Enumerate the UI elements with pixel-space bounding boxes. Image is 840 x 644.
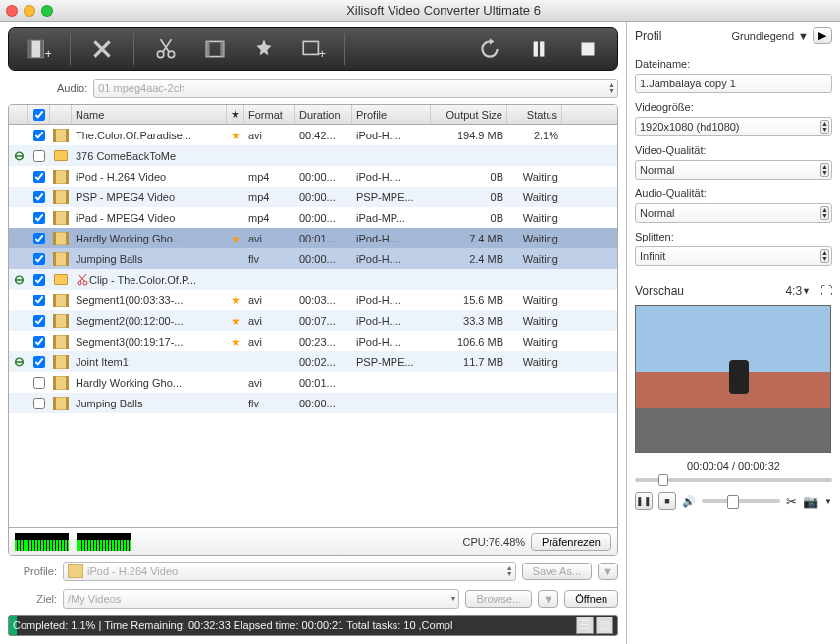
table-row[interactable]: Hardly Working Gho...avi00:01... bbox=[9, 372, 617, 393]
save-as-button[interactable]: Save As... bbox=[522, 563, 593, 580]
row-checkbox[interactable] bbox=[33, 377, 45, 389]
table-row[interactable]: Segment1(00:03:33-...★avi00:03...iPod-H.… bbox=[9, 290, 617, 310]
row-format: avi bbox=[244, 331, 295, 351]
chevron-down-icon[interactable]: ▼ bbox=[824, 497, 832, 506]
row-profile: PSP-MPE... bbox=[352, 351, 431, 372]
scissors-icon bbox=[76, 272, 89, 288]
stop-button[interactable] bbox=[566, 32, 609, 66]
row-checkbox[interactable] bbox=[33, 150, 45, 162]
table-row[interactable]: The.Color.Of.Paradise...★avi00:42...iPod… bbox=[9, 125, 617, 145]
svg-rect-36 bbox=[66, 294, 69, 307]
chevron-down-icon[interactable]: ▼ bbox=[798, 30, 809, 42]
status-list-icon[interactable]: ☰ bbox=[576, 617, 594, 634]
minimize-icon[interactable] bbox=[24, 5, 35, 17]
table-row[interactable]: iPod - H.264 Videomp400:00...iPod-H....0… bbox=[9, 166, 617, 187]
preview-label: Vorschau bbox=[635, 284, 684, 297]
col-duration[interactable]: Duration bbox=[295, 105, 352, 124]
volume-slider[interactable] bbox=[702, 499, 780, 503]
panel-next-button[interactable]: ▶ bbox=[813, 27, 832, 44]
preview-pause-button[interactable]: ❚❚ bbox=[635, 492, 653, 510]
table-row[interactable]: ⊖376 ComeBackToMe bbox=[9, 145, 617, 166]
col-status[interactable]: Status bbox=[507, 105, 562, 124]
row-checkbox[interactable] bbox=[33, 171, 45, 183]
remove-button[interactable] bbox=[80, 32, 124, 66]
row-output: 11.7 MB bbox=[431, 351, 507, 372]
zoom-icon[interactable] bbox=[41, 5, 53, 17]
table-row[interactable]: iPad - MPEG4 Videomp400:00...iPad-MP...0… bbox=[9, 207, 617, 228]
split-select[interactable]: Infinit▲▼ bbox=[635, 246, 832, 266]
table-row[interactable]: PSP - MPEG4 Videomp400:00...PSP-MPE...0B… bbox=[9, 187, 617, 207]
table-row[interactable]: Hardly Working Gho...★avi00:01...iPod-H.… bbox=[9, 228, 617, 248]
videosize-select[interactable]: 1920x1080 (hd1080)▲▼ bbox=[635, 117, 832, 136]
preview-scrubber[interactable] bbox=[635, 478, 832, 482]
table-row[interactable]: Segment2(00:12:00-...★avi00:07...iPod-H.… bbox=[9, 310, 617, 331]
audio-quality-select[interactable]: Normal▲▼ bbox=[635, 203, 832, 223]
preferences-button[interactable]: Präfenrezen bbox=[531, 533, 611, 551]
video-quality-select[interactable]: Normal▲▼ bbox=[635, 160, 832, 180]
svg-rect-42 bbox=[66, 335, 69, 349]
row-status bbox=[507, 145, 562, 166]
row-checkbox[interactable] bbox=[33, 356, 45, 368]
select-all-checkbox[interactable] bbox=[33, 109, 45, 121]
col-profile[interactable]: Profile bbox=[352, 105, 431, 124]
browse-menu-button[interactable]: ▼ bbox=[538, 590, 558, 608]
row-checkbox[interactable] bbox=[33, 315, 45, 327]
fullscreen-icon[interactable]: ⛶ bbox=[820, 284, 832, 297]
preview-stop-button[interactable]: ■ bbox=[658, 492, 676, 510]
clip-button[interactable] bbox=[144, 32, 187, 66]
close-icon[interactable] bbox=[6, 5, 18, 17]
row-profile: iPod-H.... bbox=[352, 248, 431, 269]
destination-select[interactable]: /My Videos ▼ bbox=[63, 589, 459, 609]
col-name[interactable]: Name bbox=[72, 105, 227, 124]
table-row[interactable]: ⊖Joint Item100:02...PSP-MPE...11.7 MBWai… bbox=[9, 351, 617, 372]
aspect-ratio[interactable]: 4:3 bbox=[785, 284, 802, 297]
row-duration: 00:00... bbox=[295, 166, 352, 187]
filename-label: Dateiname: bbox=[635, 58, 832, 70]
svg-point-33 bbox=[83, 281, 87, 285]
panel-basic[interactable]: Grundlegend bbox=[732, 30, 795, 42]
col-format[interactable]: Format bbox=[244, 105, 295, 124]
snapshot-icon[interactable]: ✂ bbox=[786, 494, 797, 509]
pause-button[interactable] bbox=[517, 32, 560, 66]
table-row[interactable]: Jumping Ballsflv00:00...iPod-H....2.4 MB… bbox=[9, 248, 617, 269]
row-checkbox[interactable] bbox=[33, 274, 45, 286]
row-status: Waiting bbox=[507, 228, 562, 248]
profile-select[interactable]: iPod - H.264 Video ▲▼ bbox=[63, 562, 516, 581]
row-checkbox[interactable] bbox=[33, 191, 45, 203]
audio-select[interactable]: 01 mpeg4aac-2ch ▲▼ bbox=[93, 79, 618, 98]
folder-icon bbox=[54, 274, 68, 285]
col-output[interactable]: Output Size bbox=[431, 105, 507, 124]
collapse-icon[interactable]: ⊖ bbox=[14, 148, 25, 163]
table-row[interactable]: Segment3(00:19:17-...★avi00:23...iPod-H.… bbox=[9, 331, 617, 351]
add-file-button[interactable]: + bbox=[17, 32, 60, 66]
edit-button[interactable] bbox=[193, 32, 236, 66]
row-checkbox[interactable] bbox=[33, 295, 45, 306]
row-checkbox[interactable] bbox=[33, 233, 45, 244]
status-log-icon[interactable]: ▤ bbox=[596, 617, 613, 634]
table-row[interactable]: Jumping Ballsflv00:00... bbox=[9, 393, 617, 413]
save-as-menu-button[interactable]: ▼ bbox=[598, 563, 618, 580]
open-button[interactable]: Öffnen bbox=[564, 590, 618, 608]
merge-button[interactable]: + bbox=[291, 32, 335, 66]
preview-video[interactable] bbox=[635, 305, 831, 453]
collapse-icon[interactable]: ⊖ bbox=[14, 272, 25, 287]
row-name: Segment3(00:19:17-... bbox=[76, 336, 183, 348]
camera-icon[interactable]: 📷 bbox=[803, 494, 818, 509]
speaker-icon[interactable]: 🔊 bbox=[682, 495, 696, 508]
table-row[interactable]: ⊖ Clip - The.Color.Of.P... bbox=[9, 269, 617, 290]
row-checkbox[interactable] bbox=[33, 212, 45, 224]
row-checkbox[interactable] bbox=[33, 398, 45, 409]
chevron-down-icon[interactable]: ▼ bbox=[802, 286, 811, 295]
collapse-icon[interactable]: ⊖ bbox=[14, 354, 25, 369]
status-text: Completed: 1.1% | Time Remaining: 00:32:… bbox=[13, 619, 574, 631]
row-output: 0B bbox=[431, 166, 507, 187]
effects-button[interactable] bbox=[242, 32, 286, 66]
filename-field[interactable]: 1.Jambalaya copy 1 bbox=[635, 74, 832, 93]
row-checkbox[interactable] bbox=[33, 130, 45, 141]
row-duration: 00:42... bbox=[295, 125, 352, 145]
row-checkbox[interactable] bbox=[33, 336, 45, 348]
browse-button[interactable]: Browse... bbox=[465, 590, 532, 608]
row-checkbox[interactable] bbox=[33, 253, 45, 265]
refresh-button[interactable] bbox=[468, 32, 511, 66]
row-output: 2.4 MB bbox=[431, 248, 507, 269]
